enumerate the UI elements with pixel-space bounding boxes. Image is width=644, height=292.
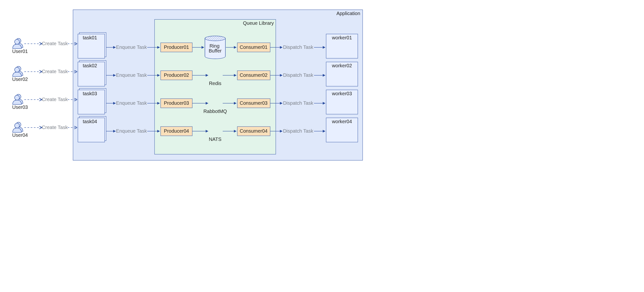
edge-label-dispatch: Dispatch Task (283, 72, 314, 78)
consumer-label: Consumer02 (240, 72, 268, 78)
user-label: User02 (12, 77, 28, 82)
worker-label: worker04 (332, 119, 352, 124)
edge-label-create: Create Task (42, 97, 68, 102)
edge-label-create: Create Task (42, 125, 68, 130)
edge-label-enqueue: Enqueue Task (116, 72, 147, 78)
producer-label: Producer04 (164, 128, 189, 134)
task-label: task02 (83, 63, 97, 68)
svg-point-9 (14, 123, 20, 128)
task-box: task03 (78, 88, 106, 114)
queue-label: Redis (209, 81, 221, 86)
user-icon (13, 122, 23, 132)
user-icon (13, 66, 23, 77)
edge-label-dispatch: Dispatch Task (283, 100, 314, 106)
queue-label: NATS (209, 137, 222, 142)
task-box: task04 (78, 116, 106, 142)
worker-label: worker01 (332, 35, 352, 40)
task-box: task01 (78, 32, 106, 58)
task-label: task03 (83, 91, 97, 96)
diagram-canvas: Application Queue Library User01 User02 … (0, 0, 370, 168)
user-icon (13, 94, 23, 105)
consumer-label: Consumer03 (240, 100, 268, 106)
consumer-label: Consumer01 (240, 44, 268, 50)
queue-label: RabbotMQ (204, 109, 227, 114)
edge-label-enqueue: Enqueue Task (116, 128, 147, 134)
queue-label: Ring Buffer (209, 43, 222, 53)
producer-label: Producer02 (164, 72, 189, 78)
application-title: Application (336, 11, 360, 16)
edge-label-dispatch: Dispatch Task (283, 128, 314, 134)
user-label: User04 (12, 132, 28, 138)
producer-label: Producer03 (164, 100, 189, 106)
edge-label-create: Create Task (42, 41, 68, 46)
worker-label: worker02 (332, 63, 352, 68)
edge-label-enqueue: Enqueue Task (116, 44, 147, 50)
task-box: task02 (78, 60, 106, 86)
svg-point-3 (14, 39, 20, 44)
edge-label-dispatch: Dispatch Task (283, 44, 314, 50)
task-label: task04 (83, 119, 97, 124)
edge-label-create: Create Task (42, 69, 68, 74)
svg-point-20 (205, 36, 226, 41)
svg-point-5 (14, 67, 20, 72)
consumer-label: Consumer04 (240, 128, 268, 134)
edge-label-enqueue: Enqueue Task (116, 100, 147, 106)
queue-library-title: Queue Library (243, 20, 274, 26)
user-icon (13, 38, 23, 49)
producer-label: Producer01 (164, 44, 189, 50)
worker-label: worker03 (332, 91, 352, 96)
task-label: task01 (83, 35, 97, 40)
user-label: User03 (12, 105, 28, 110)
user-label: User01 (12, 49, 28, 54)
svg-point-7 (14, 95, 20, 100)
